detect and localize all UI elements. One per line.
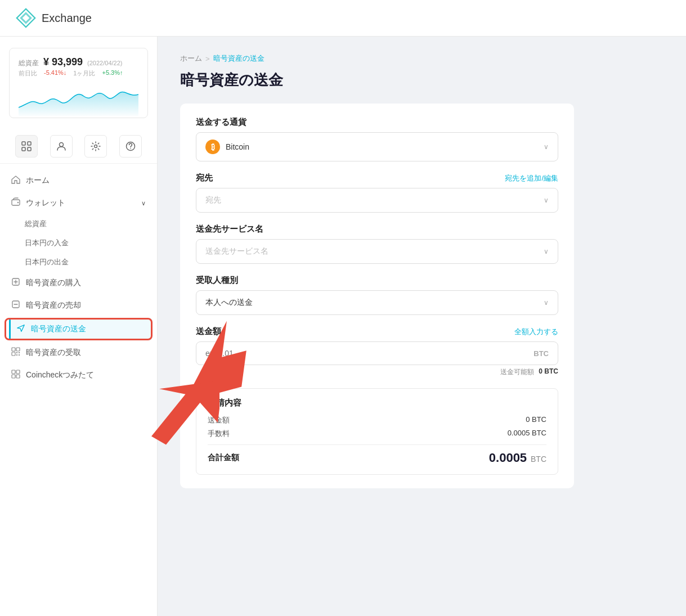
svg-point-12 — [17, 202, 19, 203]
svg-rect-20 — [16, 354, 17, 356]
summary-total-row: 合計金額 0.0005 BTC — [208, 451, 546, 465]
settings-nav-icon[interactable] — [84, 135, 107, 158]
svg-rect-5 — [22, 147, 25, 151]
sendable-value: 0 BTC — [539, 367, 558, 377]
sidebar: 総資産 ¥ 93,999 (2022/04/22) 前日比 -5.41%↓ 1ヶ… — [0, 37, 158, 616]
service-select[interactable]: 送金先サービス名 ∨ — [196, 239, 558, 264]
service-chevron: ∨ — [544, 248, 549, 255]
summary-box: 申請内容 送金額 0 BTC 手数料 0.0005 BTC 合計金額 0.000… — [196, 388, 558, 475]
svg-rect-3 — [22, 142, 25, 145]
sendable-label: 送金可能額 — [500, 367, 534, 377]
coincheck-label: Coincheckつみたて — [26, 370, 94, 380]
app-header: Exchange — [0, 0, 686, 37]
svg-rect-25 — [16, 375, 20, 378]
amount-input-wrapper[interactable]: BTC — [196, 341, 558, 365]
svg-rect-15 — [12, 348, 15, 351]
recipient-field: 受取人種別 本人への送金 ∨ — [196, 275, 558, 315]
mini-chart — [19, 82, 138, 116]
currency-field: 送金する通貨 ₿ Bitcoin ∨ — [196, 117, 558, 161]
summary-total-currency: BTC — [531, 455, 546, 464]
breadcrumb-current: 暗号資産の送金 — [213, 53, 264, 64]
destination-select[interactable]: 宛先 ∨ — [196, 188, 558, 213]
portfolio-date: (2022/04/22) — [87, 60, 122, 66]
portfolio-total-label: 総資産 — [19, 59, 39, 68]
amount-currency: BTC — [533, 349, 549, 358]
recipient-select[interactable]: 本人への送金 ∨ — [196, 290, 558, 315]
summary-fee-value: 0.0005 BTC — [508, 429, 546, 439]
service-field: 送金先サービス名 送金先サービス名 ∨ — [196, 224, 558, 264]
sidebar-item-jpy-withdraw[interactable]: 日本円の出金 — [18, 253, 153, 272]
currency-select[interactable]: ₿ Bitcoin ∨ — [196, 132, 558, 161]
service-placeholder: 送金先サービス名 — [205, 246, 268, 257]
logo-text: Exchange — [42, 12, 92, 25]
svg-rect-23 — [16, 370, 20, 374]
grid-nav-icon[interactable] — [15, 135, 38, 158]
sidebar-item-wallet[interactable]: ウォレット ∨ — [5, 192, 153, 214]
crypto-sell-icon — [11, 300, 20, 311]
amount-link[interactable]: 全額入力する — [514, 327, 558, 337]
svg-rect-18 — [16, 352, 17, 353]
sidebar-item-crypto-receive[interactable]: 暗号資産の受取 — [5, 341, 153, 364]
service-label: 送金先サービス名 — [196, 224, 263, 235]
destination-chevron: ∨ — [544, 196, 549, 204]
svg-rect-19 — [19, 352, 20, 353]
crypto-sell-label: 暗号資産の売却 — [26, 300, 81, 311]
sidebar-item-crypto-sell[interactable]: 暗号資産の売却 — [5, 294, 153, 317]
sidebar-item-total-assets[interactable]: 総資産 — [18, 214, 153, 233]
svg-point-10 — [130, 148, 131, 149]
crypto-receive-label: 暗号資産の受取 — [26, 348, 81, 358]
breadcrumb-home[interactable]: ホーム — [180, 53, 202, 64]
jpy-deposit-label: 日本円の入金 — [25, 239, 69, 247]
crypto-buy-icon — [11, 277, 20, 289]
main-content: ホーム > 暗号資産の送金 暗号資産の送金 送金する通貨 ₿ Bitcoin — [158, 37, 597, 616]
currency-chevron: ∨ — [544, 143, 549, 151]
sidebar-item-wallet-label: ウォレット — [26, 198, 65, 208]
destination-label: 宛先 — [196, 173, 213, 183]
svg-rect-6 — [28, 147, 31, 151]
help-nav-icon[interactable] — [119, 135, 142, 158]
svg-point-7 — [59, 143, 63, 147]
recipient-value: 本人への送金 — [205, 298, 253, 308]
crypto-buy-label: 暗号資産の購入 — [26, 278, 81, 288]
svg-rect-24 — [12, 375, 15, 378]
svg-rect-4 — [28, 142, 31, 145]
summary-send-label: 送金額 — [208, 415, 230, 425]
sidebar-item-home-label: ホーム — [26, 176, 50, 186]
destination-link[interactable]: 宛先を追加/編集 — [505, 173, 558, 183]
currency-label: 送金する通貨 — [196, 117, 246, 128]
day-change-label: 前日比 — [19, 69, 37, 78]
currency-value: Bitcoin — [226, 142, 249, 151]
month-change-label: 1ヶ月比 — [73, 69, 95, 78]
destination-placeholder: 宛先 — [205, 195, 221, 205]
amount-label: 送金額 — [196, 326, 221, 337]
summary-divider — [208, 444, 546, 445]
sidebar-item-crypto-send[interactable]: 暗号資産の送金 — [9, 318, 153, 340]
sidebar-item-jpy-deposit[interactable]: 日本円の入金 — [18, 233, 153, 253]
summary-title: 申請内容 — [208, 398, 546, 408]
sidebar-nav-icons — [0, 129, 157, 164]
sidebar-item-home[interactable]: ホーム — [5, 169, 153, 192]
svg-rect-22 — [12, 370, 15, 374]
portfolio-amount: ¥ 93,999 — [43, 56, 83, 68]
total-assets-label: 総資産 — [25, 219, 47, 228]
wallet-chevron: ∨ — [141, 200, 146, 207]
svg-rect-16 — [16, 348, 20, 351]
coincheck-icon — [11, 370, 20, 381]
summary-total-value: 0.0005 — [489, 451, 527, 465]
logo-icon — [16, 8, 36, 28]
destination-field: 宛先 宛先を追加/編集 宛先 ∨ — [196, 173, 558, 213]
summary-fee-row: 手数料 0.0005 BTC — [208, 429, 546, 439]
user-nav-icon[interactable] — [50, 135, 73, 158]
amount-input[interactable] — [205, 349, 533, 358]
crypto-send-label: 暗号資産の送金 — [31, 324, 86, 334]
send-form: 送金する通貨 ₿ Bitcoin ∨ 宛先 宛先を追加/編集 — [180, 104, 574, 488]
page-title: 暗号資産の送金 — [180, 70, 574, 90]
crypto-send-icon — [16, 323, 25, 335]
sidebar-item-coincheck[interactable]: Coincheckつみたて — [5, 364, 153, 386]
sidebar-item-crypto-buy[interactable]: 暗号資産の購入 — [5, 272, 153, 294]
svg-rect-17 — [12, 352, 15, 356]
day-change-value: -5.41%↓ — [44, 69, 66, 78]
home-icon — [11, 175, 20, 186]
month-change-value: +5.3%↑ — [102, 69, 123, 78]
breadcrumb: ホーム > 暗号資産の送金 — [180, 53, 574, 64]
